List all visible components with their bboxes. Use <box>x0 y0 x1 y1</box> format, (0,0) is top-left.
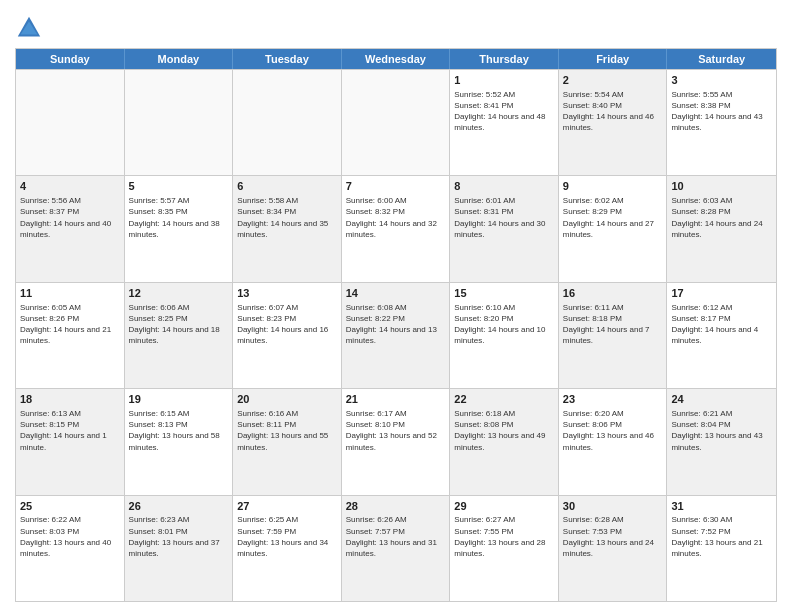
cell-daylight-info: Sunrise: 6:02 AM Sunset: 8:29 PM Dayligh… <box>563 195 663 240</box>
day-number: 25 <box>20 499 120 514</box>
page: SundayMondayTuesdayWednesdayThursdayFrid… <box>0 0 792 612</box>
calendar-cell-day-26: 26Sunrise: 6:23 AM Sunset: 8:01 PM Dayli… <box>125 496 234 601</box>
calendar-cell-empty <box>342 70 451 175</box>
day-number: 17 <box>671 286 772 301</box>
calendar-header-thursday: Thursday <box>450 49 559 69</box>
day-number: 28 <box>346 499 446 514</box>
cell-daylight-info: Sunrise: 6:08 AM Sunset: 8:22 PM Dayligh… <box>346 302 446 347</box>
logo <box>15 14 46 42</box>
cell-daylight-info: Sunrise: 6:05 AM Sunset: 8:26 PM Dayligh… <box>20 302 120 347</box>
calendar-cell-day-12: 12Sunrise: 6:06 AM Sunset: 8:25 PM Dayli… <box>125 283 234 388</box>
calendar-cell-day-10: 10Sunrise: 6:03 AM Sunset: 8:28 PM Dayli… <box>667 176 776 281</box>
day-number: 13 <box>237 286 337 301</box>
day-number: 16 <box>563 286 663 301</box>
logo-icon <box>15 14 43 42</box>
calendar-cell-day-9: 9Sunrise: 6:02 AM Sunset: 8:29 PM Daylig… <box>559 176 668 281</box>
calendar-header-monday: Monday <box>125 49 234 69</box>
calendar-cell-day-16: 16Sunrise: 6:11 AM Sunset: 8:18 PM Dayli… <box>559 283 668 388</box>
calendar-cell-day-28: 28Sunrise: 6:26 AM Sunset: 7:57 PM Dayli… <box>342 496 451 601</box>
cell-daylight-info: Sunrise: 6:00 AM Sunset: 8:32 PM Dayligh… <box>346 195 446 240</box>
day-number: 15 <box>454 286 554 301</box>
calendar-cell-day-23: 23Sunrise: 6:20 AM Sunset: 8:06 PM Dayli… <box>559 389 668 494</box>
cell-daylight-info: Sunrise: 6:03 AM Sunset: 8:28 PM Dayligh… <box>671 195 772 240</box>
day-number: 3 <box>671 73 772 88</box>
cell-daylight-info: Sunrise: 5:55 AM Sunset: 8:38 PM Dayligh… <box>671 89 772 134</box>
calendar-header-wednesday: Wednesday <box>342 49 451 69</box>
calendar-cell-day-1: 1Sunrise: 5:52 AM Sunset: 8:41 PM Daylig… <box>450 70 559 175</box>
cell-daylight-info: Sunrise: 6:18 AM Sunset: 8:08 PM Dayligh… <box>454 408 554 453</box>
calendar-cell-day-2: 2Sunrise: 5:54 AM Sunset: 8:40 PM Daylig… <box>559 70 668 175</box>
calendar-cell-day-20: 20Sunrise: 6:16 AM Sunset: 8:11 PM Dayli… <box>233 389 342 494</box>
day-number: 29 <box>454 499 554 514</box>
calendar-header-sunday: Sunday <box>16 49 125 69</box>
cell-daylight-info: Sunrise: 5:58 AM Sunset: 8:34 PM Dayligh… <box>237 195 337 240</box>
calendar-cell-day-4: 4Sunrise: 5:56 AM Sunset: 8:37 PM Daylig… <box>16 176 125 281</box>
cell-daylight-info: Sunrise: 6:16 AM Sunset: 8:11 PM Dayligh… <box>237 408 337 453</box>
cell-daylight-info: Sunrise: 6:28 AM Sunset: 7:53 PM Dayligh… <box>563 514 663 559</box>
calendar-cell-day-31: 31Sunrise: 6:30 AM Sunset: 7:52 PM Dayli… <box>667 496 776 601</box>
calendar-row-3: 18Sunrise: 6:13 AM Sunset: 8:15 PM Dayli… <box>16 388 776 494</box>
cell-daylight-info: Sunrise: 6:01 AM Sunset: 8:31 PM Dayligh… <box>454 195 554 240</box>
day-number: 21 <box>346 392 446 407</box>
cell-daylight-info: Sunrise: 5:54 AM Sunset: 8:40 PM Dayligh… <box>563 89 663 134</box>
calendar-cell-day-19: 19Sunrise: 6:15 AM Sunset: 8:13 PM Dayli… <box>125 389 234 494</box>
cell-daylight-info: Sunrise: 6:21 AM Sunset: 8:04 PM Dayligh… <box>671 408 772 453</box>
calendar-cell-day-11: 11Sunrise: 6:05 AM Sunset: 8:26 PM Dayli… <box>16 283 125 388</box>
cell-daylight-info: Sunrise: 6:23 AM Sunset: 8:01 PM Dayligh… <box>129 514 229 559</box>
calendar-row-4: 25Sunrise: 6:22 AM Sunset: 8:03 PM Dayli… <box>16 495 776 601</box>
cell-daylight-info: Sunrise: 6:15 AM Sunset: 8:13 PM Dayligh… <box>129 408 229 453</box>
calendar-cell-day-25: 25Sunrise: 6:22 AM Sunset: 8:03 PM Dayli… <box>16 496 125 601</box>
day-number: 12 <box>129 286 229 301</box>
calendar-row-2: 11Sunrise: 6:05 AM Sunset: 8:26 PM Dayli… <box>16 282 776 388</box>
day-number: 26 <box>129 499 229 514</box>
calendar-cell-day-21: 21Sunrise: 6:17 AM Sunset: 8:10 PM Dayli… <box>342 389 451 494</box>
calendar-cell-day-8: 8Sunrise: 6:01 AM Sunset: 8:31 PM Daylig… <box>450 176 559 281</box>
cell-daylight-info: Sunrise: 6:20 AM Sunset: 8:06 PM Dayligh… <box>563 408 663 453</box>
calendar-cell-day-27: 27Sunrise: 6:25 AM Sunset: 7:59 PM Dayli… <box>233 496 342 601</box>
calendar-cell-day-30: 30Sunrise: 6:28 AM Sunset: 7:53 PM Dayli… <box>559 496 668 601</box>
calendar-cell-day-18: 18Sunrise: 6:13 AM Sunset: 8:15 PM Dayli… <box>16 389 125 494</box>
calendar-cell-day-15: 15Sunrise: 6:10 AM Sunset: 8:20 PM Dayli… <box>450 283 559 388</box>
day-number: 22 <box>454 392 554 407</box>
calendar-cell-empty <box>233 70 342 175</box>
day-number: 6 <box>237 179 337 194</box>
calendar-body: 1Sunrise: 5:52 AM Sunset: 8:41 PM Daylig… <box>16 69 776 601</box>
calendar-cell-day-7: 7Sunrise: 6:00 AM Sunset: 8:32 PM Daylig… <box>342 176 451 281</box>
day-number: 23 <box>563 392 663 407</box>
day-number: 4 <box>20 179 120 194</box>
calendar-header-tuesday: Tuesday <box>233 49 342 69</box>
header <box>15 10 777 42</box>
cell-daylight-info: Sunrise: 6:26 AM Sunset: 7:57 PM Dayligh… <box>346 514 446 559</box>
day-number: 8 <box>454 179 554 194</box>
cell-daylight-info: Sunrise: 6:07 AM Sunset: 8:23 PM Dayligh… <box>237 302 337 347</box>
calendar-cell-day-17: 17Sunrise: 6:12 AM Sunset: 8:17 PM Dayli… <box>667 283 776 388</box>
cell-daylight-info: Sunrise: 6:06 AM Sunset: 8:25 PM Dayligh… <box>129 302 229 347</box>
day-number: 10 <box>671 179 772 194</box>
day-number: 18 <box>20 392 120 407</box>
cell-daylight-info: Sunrise: 6:10 AM Sunset: 8:20 PM Dayligh… <box>454 302 554 347</box>
calendar-cell-empty <box>16 70 125 175</box>
calendar-cell-day-29: 29Sunrise: 6:27 AM Sunset: 7:55 PM Dayli… <box>450 496 559 601</box>
day-number: 19 <box>129 392 229 407</box>
calendar-header-friday: Friday <box>559 49 668 69</box>
day-number: 11 <box>20 286 120 301</box>
calendar-row-1: 4Sunrise: 5:56 AM Sunset: 8:37 PM Daylig… <box>16 175 776 281</box>
day-number: 9 <box>563 179 663 194</box>
calendar-cell-day-13: 13Sunrise: 6:07 AM Sunset: 8:23 PM Dayli… <box>233 283 342 388</box>
day-number: 20 <box>237 392 337 407</box>
day-number: 1 <box>454 73 554 88</box>
cell-daylight-info: Sunrise: 6:12 AM Sunset: 8:17 PM Dayligh… <box>671 302 772 347</box>
cell-daylight-info: Sunrise: 6:13 AM Sunset: 8:15 PM Dayligh… <box>20 408 120 453</box>
day-number: 27 <box>237 499 337 514</box>
cell-daylight-info: Sunrise: 5:56 AM Sunset: 8:37 PM Dayligh… <box>20 195 120 240</box>
calendar-cell-day-14: 14Sunrise: 6:08 AM Sunset: 8:22 PM Dayli… <box>342 283 451 388</box>
day-number: 5 <box>129 179 229 194</box>
calendar-row-0: 1Sunrise: 5:52 AM Sunset: 8:41 PM Daylig… <box>16 69 776 175</box>
calendar: SundayMondayTuesdayWednesdayThursdayFrid… <box>15 48 777 602</box>
cell-daylight-info: Sunrise: 6:27 AM Sunset: 7:55 PM Dayligh… <box>454 514 554 559</box>
calendar-cell-day-22: 22Sunrise: 6:18 AM Sunset: 8:08 PM Dayli… <box>450 389 559 494</box>
calendar-header-saturday: Saturday <box>667 49 776 69</box>
cell-daylight-info: Sunrise: 6:11 AM Sunset: 8:18 PM Dayligh… <box>563 302 663 347</box>
calendar-cell-day-5: 5Sunrise: 5:57 AM Sunset: 8:35 PM Daylig… <box>125 176 234 281</box>
day-number: 2 <box>563 73 663 88</box>
